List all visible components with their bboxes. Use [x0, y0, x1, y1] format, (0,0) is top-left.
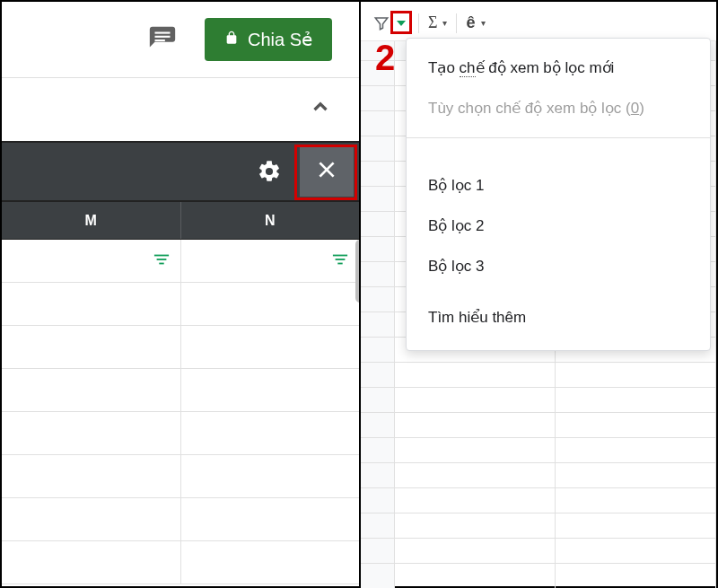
- menu-item-filter-view-options: Tùy chọn chế độ xem bộ lọc (0): [407, 88, 710, 128]
- svg-rect-1: [154, 36, 170, 38]
- row-number[interactable]: [361, 287, 395, 312]
- cell[interactable]: [181, 541, 360, 584]
- cell[interactable]: [556, 463, 716, 488]
- table-row: [2, 240, 359, 283]
- cell[interactable]: [181, 455, 360, 497]
- cell[interactable]: [181, 283, 360, 325]
- cell[interactable]: [181, 498, 360, 540]
- text: Tạo: [428, 59, 460, 76]
- cell[interactable]: [556, 513, 716, 539]
- cell[interactable]: [181, 369, 360, 411]
- row-number[interactable]: [361, 388, 395, 413]
- cell[interactable]: [556, 413, 716, 438]
- row-number[interactable]: [361, 86, 395, 111]
- toolbar: Σ ▾ ê ▾: [361, 2, 716, 41]
- menu-item-filter-3[interactable]: Bộ lọc 3: [407, 246, 710, 286]
- spreadsheet-grid-left: [2, 240, 359, 584]
- cell[interactable]: [395, 513, 556, 539]
- text: ế độ xem bộ lọc mới: [476, 59, 615, 76]
- cell[interactable]: [395, 388, 556, 413]
- row-number[interactable]: [361, 488, 395, 513]
- cell[interactable]: [181, 240, 360, 282]
- row-number[interactable]: [361, 463, 395, 488]
- functions-button[interactable]: Σ: [428, 11, 437, 36]
- cell[interactable]: [181, 326, 360, 368]
- column-header-n[interactable]: N: [181, 202, 360, 239]
- row-number[interactable]: [361, 262, 395, 287]
- menu-item-create-filter-view[interactable]: Tạo chế độ xem bộ lọc mới: [407, 48, 710, 88]
- cell[interactable]: [395, 463, 556, 488]
- filter-view-bar: [2, 141, 359, 202]
- menu-item-learn-more[interactable]: Tìm hiểu thêm: [407, 297, 710, 338]
- functions-dropdown-icon[interactable]: ▾: [442, 11, 447, 36]
- cell[interactable]: [395, 413, 556, 438]
- row-number[interactable]: [361, 438, 395, 463]
- close-icon: [315, 158, 338, 185]
- chevron-up-icon[interactable]: [309, 95, 332, 125]
- input-tools-button[interactable]: ê: [466, 11, 475, 36]
- gear-icon[interactable]: [257, 159, 282, 184]
- left-panel: Chia Sẻ 1 M N: [2, 2, 359, 586]
- filter-views-menu: Tạo chế độ xem bộ lọc mới Tùy chọn chế đ…: [406, 38, 711, 351]
- cell[interactable]: [395, 363, 556, 388]
- cell[interactable]: [2, 455, 181, 497]
- cell[interactable]: [556, 438, 716, 463]
- svg-rect-2: [154, 39, 164, 41]
- row-number[interactable]: [361, 212, 395, 237]
- cell[interactable]: [2, 240, 181, 282]
- share-label: Chia Sẻ: [248, 29, 312, 50]
- cell[interactable]: [2, 412, 181, 454]
- row-number[interactable]: [361, 187, 395, 212]
- text: ): [639, 100, 644, 117]
- cell[interactable]: [556, 388, 716, 413]
- right-panel: Σ ▾ ê ▾: [361, 2, 716, 586]
- row-number[interactable]: [361, 136, 395, 162]
- cell[interactable]: [395, 564, 556, 588]
- menu-label: Bộ lọc 1: [428, 177, 485, 194]
- row-number[interactable]: [361, 237, 395, 262]
- dropdown-triangle-icon: [397, 21, 406, 26]
- row-number[interactable]: [361, 312, 395, 338]
- lock-icon: [224, 30, 239, 50]
- menu-label: Tìm hiểu thêm: [428, 309, 526, 326]
- row-number[interactable]: [361, 564, 395, 588]
- menu-item-filter-1[interactable]: Bộ lọc 1: [407, 165, 710, 206]
- cell[interactable]: [2, 283, 181, 325]
- cell[interactable]: [556, 488, 716, 513]
- text: Tùy chọn chế độ xem bộ lọc (: [428, 100, 631, 117]
- cell[interactable]: [2, 326, 181, 368]
- row-number[interactable]: [361, 539, 395, 564]
- cell[interactable]: [181, 412, 360, 454]
- cell[interactable]: [395, 539, 556, 564]
- cell[interactable]: [395, 488, 556, 513]
- row-number[interactable]: [361, 338, 395, 363]
- cell[interactable]: [556, 363, 716, 388]
- row-number[interactable]: [361, 513, 395, 539]
- filter-icon[interactable]: [153, 253, 170, 269]
- funnel-icon[interactable]: [373, 11, 390, 36]
- share-button[interactable]: Chia Sẻ: [205, 18, 332, 61]
- menu-label: Bộ lọc 3: [428, 258, 485, 275]
- column-header-m[interactable]: M: [2, 202, 181, 239]
- annotation-2: 2: [375, 38, 395, 78]
- close-filter-view-button[interactable]: [300, 146, 354, 197]
- text: ch: [460, 59, 476, 77]
- toolbar-separator: [456, 13, 457, 33]
- cell[interactable]: [2, 498, 181, 540]
- row-number[interactable]: [361, 413, 395, 438]
- input-tools-dropdown-icon[interactable]: ▾: [481, 11, 486, 36]
- cell[interactable]: [2, 541, 181, 584]
- menu-item-filter-2[interactable]: Bộ lọc 2: [407, 206, 710, 246]
- cell[interactable]: [395, 438, 556, 463]
- toolbar-separator: [418, 13, 419, 33]
- cell[interactable]: [556, 539, 716, 564]
- row-number[interactable]: [361, 363, 395, 388]
- comment-icon[interactable]: [147, 24, 178, 55]
- collapse-row: [2, 78, 359, 141]
- row-number[interactable]: [361, 162, 395, 187]
- row-number[interactable]: [361, 111, 395, 136]
- filter-icon[interactable]: [332, 253, 348, 269]
- cell[interactable]: [556, 564, 716, 588]
- cell[interactable]: [2, 369, 181, 411]
- filter-dropdown-button[interactable]: [393, 13, 409, 33]
